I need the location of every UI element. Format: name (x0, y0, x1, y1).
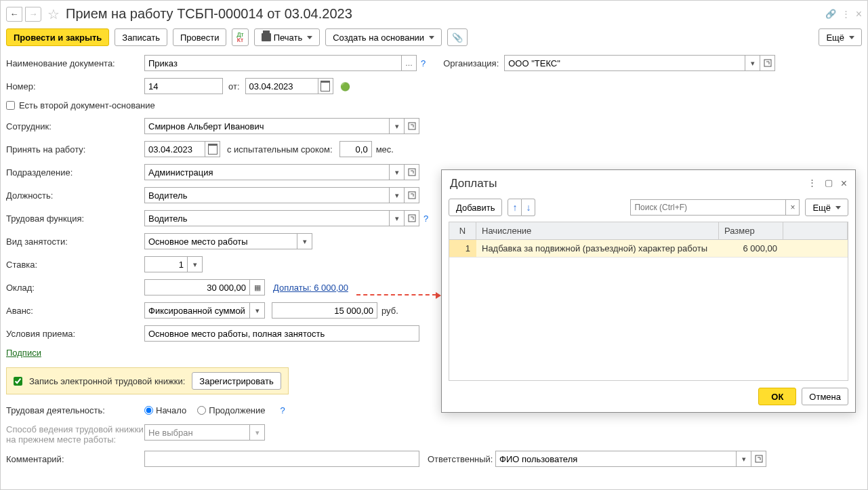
responsible-dropdown-button[interactable]: ▾ (737, 451, 751, 467)
calendar-icon[interactable] (318, 78, 333, 94)
surcharges-popup: Доплаты ⋮ ▢ × Добавить ↑ ↓ × Ещё N Начис… (441, 169, 856, 413)
doc-name-input[interactable] (144, 55, 402, 71)
second-doc-checkbox[interactable] (6, 101, 15, 110)
arrow-down-icon: ↓ (526, 202, 531, 213)
responsible-expand-button[interactable] (751, 451, 766, 467)
responsible-input[interactable] (495, 451, 737, 467)
main-window: ← → ☆ Прием на работу ТСБП-000014 от 03.… (0, 0, 868, 490)
popup-ok-button[interactable]: ОК (758, 388, 796, 405)
send-icon[interactable] (340, 81, 350, 91)
labor-function-label: Трудовая функция: (6, 213, 144, 224)
link-icon[interactable] (825, 9, 836, 19)
hire-calendar-icon[interactable] (205, 141, 220, 157)
arrow-up-icon: ↑ (512, 202, 517, 213)
position-input[interactable] (144, 187, 390, 203)
print-button[interactable]: Печать (254, 28, 321, 46)
popup-move-down-button[interactable]: ↓ (522, 199, 535, 216)
advance-type-dropdown-button[interactable]: ▾ (250, 302, 265, 319)
attachments-button[interactable] (447, 28, 468, 46)
surcharges-grid[interactable]: N Начисление Размер 1 Надбавка за подвиж… (449, 222, 848, 381)
position-dropdown-button[interactable]: ▾ (390, 187, 405, 203)
popup-add-button[interactable]: Добавить (449, 199, 502, 216)
department-input[interactable] (144, 164, 390, 180)
etk-panel: Запись электронной трудовой книжки: Заре… (6, 367, 289, 394)
org-input[interactable] (504, 55, 745, 71)
activity-help-icon[interactable]: ? (281, 405, 285, 415)
number-input[interactable] (144, 78, 223, 94)
rate-dropdown-button[interactable]: ▾ (188, 256, 203, 272)
annotation-arrow (356, 294, 436, 295)
popup-move-up-button[interactable]: ↑ (508, 199, 522, 216)
rate-label: Ставка: (6, 260, 144, 270)
department-dropdown-button[interactable]: ▾ (390, 164, 405, 180)
employee-input[interactable] (144, 118, 390, 134)
etk-label: Запись электронной трудовой книжки: (29, 376, 185, 386)
labor-function-dropdown-button[interactable]: ▾ (390, 210, 405, 226)
page-title: Прием на работу ТСБП-000014 от 03.04.202… (66, 6, 352, 22)
dtkt-button[interactable]: ДтКт (232, 28, 248, 46)
hire-date-input[interactable] (144, 141, 205, 157)
help-icon[interactable]: ? (421, 58, 426, 68)
labor-function-expand-button[interactable] (405, 210, 419, 226)
salary-input[interactable] (144, 279, 250, 295)
grid-header-n[interactable]: N (449, 222, 476, 239)
book-method-dropdown-button: ▾ (250, 424, 265, 441)
nav-forward-button[interactable]: → (25, 7, 41, 22)
save-button[interactable]: Записать (115, 28, 167, 46)
conditions-input[interactable] (144, 325, 419, 342)
activity-start-radio[interactable]: Начало (144, 405, 186, 415)
kebab-icon[interactable]: ⋮ (842, 9, 850, 19)
org-label: Организация: (443, 58, 504, 68)
employment-type-dropdown-button[interactable]: ▾ (297, 233, 312, 249)
create-based-on-button[interactable]: Создать на основании (325, 28, 442, 46)
grid-header-size[interactable]: Размер (719, 222, 783, 239)
book-method-input (144, 424, 250, 441)
employment-type-input[interactable] (144, 233, 297, 249)
salary-label: Оклад: (6, 283, 144, 293)
comment-label: Комментарий: (6, 454, 144, 464)
responsible-label: Ответственный: (428, 454, 495, 464)
grid-row[interactable]: 1 Надбавка за подвижной (разъездной) хар… (449, 240, 848, 258)
popup-kebab-icon[interactable]: ⋮ (808, 178, 817, 190)
surcharges-link[interactable]: Доплаты: 6 000,00 (273, 283, 348, 293)
register-button[interactable]: Зарегистрировать (192, 372, 281, 390)
popup-cancel-button[interactable]: Отмена (802, 388, 848, 405)
signatures-link[interactable]: Подписи (6, 348, 41, 358)
post-and-close-button[interactable]: Провести и закрыть (6, 28, 109, 46)
svg-rect-4 (409, 215, 415, 222)
activity-continue-radio[interactable]: Продолжение (197, 405, 265, 415)
nav-back-button[interactable]: ← (6, 7, 22, 22)
post-button[interactable]: Провести (173, 28, 227, 46)
department-label: Подразделение: (6, 167, 144, 178)
popup-more-button[interactable]: Ещё (805, 199, 848, 216)
popup-close-icon[interactable]: × (841, 178, 847, 190)
number-label: Номер: (6, 81, 144, 91)
employee-dropdown-button[interactable]: ▾ (390, 118, 405, 134)
etk-checkbox[interactable] (14, 377, 22, 386)
printer-icon (262, 33, 271, 41)
doc-name-ellipsis-button[interactable]: … (402, 55, 417, 71)
more-button[interactable]: Ещё (819, 28, 862, 46)
labor-function-input[interactable] (144, 210, 390, 226)
comment-input[interactable] (144, 451, 419, 467)
popup-maximize-icon[interactable]: ▢ (825, 178, 833, 190)
date-input[interactable] (245, 78, 318, 94)
org-expand-button[interactable] (760, 55, 775, 71)
org-dropdown-button[interactable]: ▾ (745, 55, 760, 71)
advance-amount-input[interactable] (272, 302, 377, 319)
popup-search-clear-button[interactable]: × (786, 199, 800, 216)
labor-function-help-icon[interactable]: ? (423, 213, 428, 224)
grid-header-name[interactable]: Начисление (476, 222, 719, 239)
department-expand-button[interactable] (405, 164, 419, 180)
salary-calc-icon[interactable]: ▦ (250, 279, 265, 295)
svg-rect-1 (409, 123, 415, 129)
favorite-star-icon[interactable]: ☆ (47, 7, 60, 21)
popup-search-input[interactable] (630, 199, 786, 216)
popup-title: Доплаты (450, 177, 497, 190)
employee-expand-button[interactable] (405, 118, 419, 134)
position-expand-button[interactable] (405, 187, 419, 203)
close-icon[interactable]: × (856, 8, 862, 20)
advance-type-input[interactable] (144, 302, 250, 319)
rate-input[interactable] (144, 256, 188, 272)
probation-input[interactable] (339, 141, 372, 157)
